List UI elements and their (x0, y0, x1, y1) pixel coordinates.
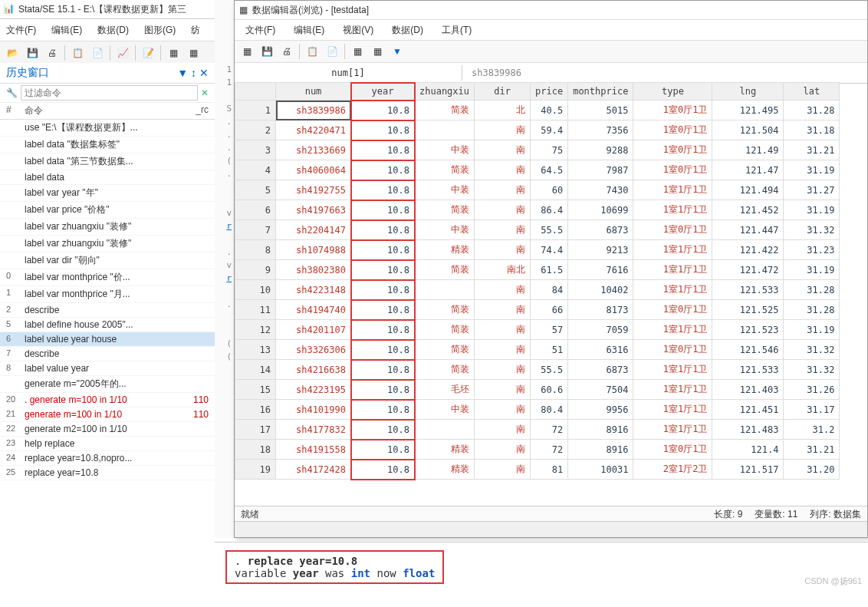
table-cell[interactable]: 1室1厅1卫 (633, 180, 712, 200)
table-cell[interactable]: 7430 (568, 180, 633, 200)
table-cell[interactable]: sh4223148 (276, 280, 351, 300)
history-controls[interactable]: ▼ ↕ ✕ (177, 67, 209, 79)
table-cell[interactable]: 1室1厅1卫 (633, 260, 712, 280)
table-cell[interactable]: 10.8 (351, 120, 415, 140)
table-row[interactable]: 19sh417242810.8精装南81100312室1厅2卫121.51731… (235, 460, 840, 480)
table-cell[interactable]: 121.4 (712, 440, 784, 460)
table-cell[interactable]: 7987 (568, 160, 633, 180)
table-cell[interactable]: 10.8 (351, 380, 415, 400)
menu-item[interactable]: 视图(V) (343, 24, 373, 37)
menu-item[interactable]: 编辑(E) (294, 24, 324, 37)
table-row[interactable]: 8sh107498810.8精装南74.492131室1厅1卫121.42231… (235, 240, 840, 260)
table-cell[interactable]: 简装 (415, 260, 475, 280)
table-cell[interactable]: 1室1厅1卫 (633, 400, 712, 420)
table-cell[interactable]: sh4191558 (276, 440, 351, 460)
column-header[interactable]: year (351, 83, 415, 101)
table-cell[interactable]: 66 (531, 300, 568, 320)
table-cell[interactable]: 121.447 (712, 220, 784, 240)
history-row[interactable]: 24replace year=10.8,nopro... (0, 451, 215, 466)
table-cell[interactable]: 75 (531, 140, 568, 160)
history-row[interactable]: label data (0, 170, 215, 185)
table-cell[interactable]: 南 (475, 460, 531, 480)
browse-icon[interactable]: ▦ (348, 42, 367, 61)
table-cell[interactable]: 中装 (415, 180, 475, 200)
table-cell[interactable]: 61.5 (531, 260, 568, 280)
table-cell[interactable]: 10.8 (351, 280, 415, 300)
table-cell[interactable]: 南 (475, 380, 531, 400)
table-cell[interactable]: 121.422 (712, 240, 784, 260)
table-cell[interactable]: 31.23 (784, 240, 840, 260)
history-row[interactable]: label data "第三节数据集... (0, 153, 215, 170)
history-row[interactable]: use "E:\【课程数据更新】... (0, 120, 215, 137)
table-cell[interactable]: 1室0厅1卫 (633, 220, 712, 240)
table-row[interactable]: 18sh419155810.8精装南7289161室0厅1卫121.431.21 (235, 440, 840, 460)
history-row[interactable]: label var zhuangxiu "装修" (0, 236, 215, 252)
table-cell[interactable]: 中装 (415, 220, 475, 240)
table-cell[interactable]: 10402 (568, 280, 633, 300)
table-cell[interactable]: 精装 (415, 240, 475, 260)
table-cell[interactable]: 31.19 (784, 260, 840, 280)
copy-icon[interactable]: 📋 (303, 42, 321, 61)
data-edit-icon[interactable]: ▦ (164, 44, 182, 62)
table-row[interactable]: 13sh332630610.8简装南5163161室0厅1卫121.54631.… (235, 340, 840, 360)
table-cell[interactable]: 简装 (415, 340, 475, 360)
table-cell[interactable]: 121.451 (712, 400, 784, 420)
table-cell[interactable]: 南 (475, 340, 531, 360)
table-cell[interactable]: 31.19 (784, 320, 840, 340)
history-row[interactable]: 1label var monthprice "月... (0, 286, 215, 303)
table-cell[interactable]: 南 (475, 440, 531, 460)
table-cell[interactable]: 北 (475, 101, 531, 120)
filter-input[interactable] (21, 85, 198, 101)
table-row[interactable]: 3sh213366910.8中装南7592881室0厅1卫121.4931.21 (235, 140, 840, 160)
table-cell[interactable]: 31.32 (784, 360, 840, 380)
table-cell[interactable]: 2室1厅2卫 (633, 460, 712, 480)
table-cell[interactable]: 简装 (415, 300, 475, 320)
history-row[interactable]: label var year "年" (0, 185, 215, 202)
table-cell[interactable]: 74.4 (531, 240, 568, 260)
table-cell[interactable] (415, 420, 475, 440)
history-list[interactable]: use "E:\【课程数据更新】...label data "数据集标签"lab… (0, 120, 215, 599)
history-row[interactable]: 2describe (0, 303, 215, 318)
table-cell[interactable]: 121.452 (712, 200, 784, 220)
table-cell[interactable]: 121.483 (712, 420, 784, 440)
log-icon[interactable]: 📋 (68, 44, 87, 62)
table-cell[interactable]: sh4201107 (276, 320, 351, 340)
table-cell[interactable]: 55.5 (531, 360, 568, 380)
table-cell[interactable]: 59.4 (531, 120, 568, 140)
table-cell[interactable]: sh4060064 (276, 160, 351, 180)
history-row[interactable]: label var price "价格" (0, 202, 215, 219)
table-cell[interactable]: 7356 (568, 120, 633, 140)
table-cell[interactable]: 10.8 (351, 420, 415, 440)
do-edit-icon[interactable]: 📝 (139, 44, 157, 62)
table-cell[interactable]: 31.21 (784, 440, 840, 460)
table-cell[interactable]: 1室0厅1卫 (633, 440, 712, 460)
table-cell[interactable]: sh4223195 (276, 380, 351, 400)
table-cell[interactable]: 72 (531, 440, 568, 460)
table-cell[interactable]: 31.32 (784, 340, 840, 360)
history-row[interactable]: label var dir "朝向" (0, 252, 215, 269)
menu-item[interactable]: 数据(D) (97, 24, 129, 37)
table-cell[interactable]: sh2204147 (276, 220, 351, 240)
table-cell[interactable]: 121.504 (712, 120, 784, 140)
table-cell[interactable]: 10.8 (351, 180, 415, 200)
table-cell[interactable]: sh4172428 (276, 460, 351, 480)
table-cell[interactable]: 10.8 (351, 320, 415, 340)
save-icon[interactable]: 💾 (23, 44, 41, 62)
table-cell[interactable]: sh4192755 (276, 180, 351, 200)
history-row[interactable]: 8label value year (0, 361, 215, 376)
table-cell[interactable]: 31.17 (784, 400, 840, 420)
column-header[interactable]: zhuangxiu (415, 83, 475, 101)
table-cell[interactable]: 6316 (568, 340, 633, 360)
table-cell[interactable]: 南 (475, 420, 531, 440)
table-cell[interactable]: 81 (531, 460, 568, 480)
table-cell[interactable]: 31.19 (784, 160, 840, 180)
table-cell[interactable]: 7616 (568, 260, 633, 280)
table-cell[interactable]: 121.533 (712, 360, 784, 380)
table-cell[interactable]: 简装 (415, 320, 475, 340)
table-cell[interactable]: 8916 (568, 440, 633, 460)
table-cell[interactable]: 10.8 (351, 360, 415, 380)
menu-item[interactable]: 编辑(E) (51, 24, 82, 37)
history-row[interactable]: 25replace year=10.8 (0, 466, 215, 480)
table-cell[interactable]: 31.2 (784, 420, 840, 440)
column-header[interactable]: type (633, 83, 712, 101)
